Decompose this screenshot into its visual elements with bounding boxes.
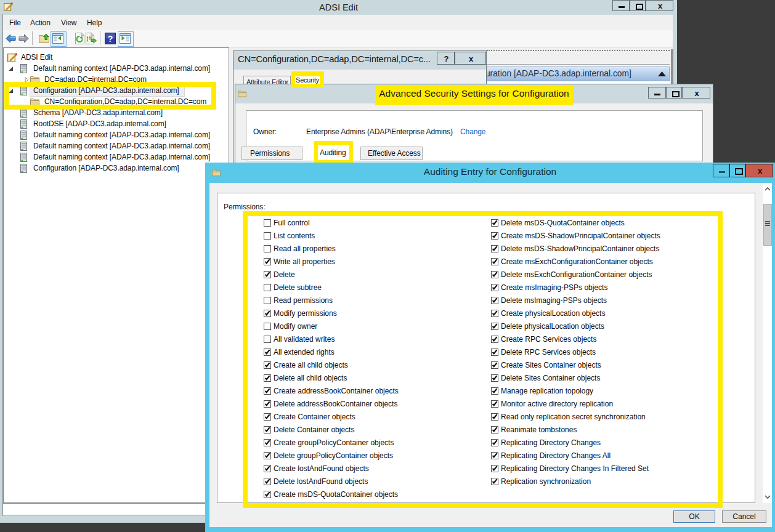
- svg-text:?: ?: [108, 34, 113, 44]
